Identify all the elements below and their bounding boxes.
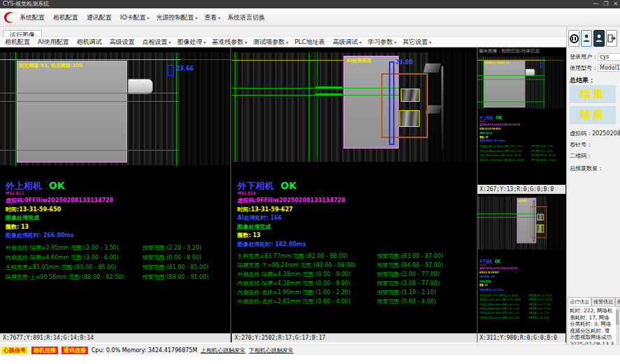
defect-box-yellow: [401, 89, 420, 102]
mini-result-text: 外下相机OK M52.B16 虚拟码:0FFIIiw20250208133134…: [480, 258, 563, 321]
toolbar-item-spot-check[interactable]: 点检设置▾: [142, 38, 171, 47]
camera-view-lower[interactable]: AI检测画面 23.80: [232, 52, 477, 162]
measure-line-green: [478, 102, 545, 103]
minimize-button[interactable]: —: [593, 0, 598, 8]
toolbar-item-baseline-params[interactable]: 基准线参数▾: [212, 38, 247, 47]
model-row: 使用型号：Model1: [570, 64, 620, 72]
login-user-button[interactable]: [581, 30, 592, 47]
heartbeat-status-badge: 心跳信号: [1, 347, 28, 354]
measure-line-green: [478, 217, 536, 218]
result-display-lower: 结果: [570, 106, 616, 124]
mini-camera-view: 固定阈值:93, 动态阈值:100: [478, 56, 564, 109]
toolbar-item-camera-config[interactable]: 相机配置: [5, 38, 31, 47]
user-icon: [583, 34, 590, 43]
done-line: 图像处理完成: [6, 214, 229, 223]
measure-line-green: [478, 79, 545, 79]
mini-view-upper[interactable]: 固定阈值:93, 动态阈值:100 外上相机OK M52.B11 虚拟码:0: [478, 54, 566, 185]
exit-door-icon: [607, 34, 616, 43]
toolbar-item-advanced-debug[interactable]: 高级调试▾: [333, 38, 362, 47]
tab-run-info[interactable]: 运行信息: [568, 297, 591, 307]
toolbar-item-learning-params[interactable]: 学习参数▾: [368, 38, 397, 47]
measurement-rows: 主料宽度=83.77mm 范围:(82.00 - 88.00)报警范围:(83.…: [237, 252, 475, 307]
measurement-row: 主料宽度=83.77mm 范围:(82.00 - 88.00)报警范围:(83.…: [237, 252, 475, 261]
done-line: 图像处理完成: [237, 223, 475, 232]
exit-button[interactable]: [606, 30, 617, 47]
chevron-down-icon: ▾: [394, 40, 397, 45]
measure-line-green-vertical: [478, 196, 479, 249]
log-output[interactable]: 耗时: 222, 网络检测耗时: 17, 网络分类耗时: 0, 网络视频分区耗时…: [568, 306, 619, 348]
defect-box-yellow: [399, 110, 420, 127]
time-line: 时间:13-31-59-627: [237, 206, 475, 215]
pixel-coordinate-bar: X:270;Y:2502;R:17;G:17;B:17: [232, 333, 477, 342]
measure-line-green-vertical: [235, 52, 235, 162]
login-user-field[interactable]: cys: [598, 53, 620, 61]
time-line: 时间:13-31-59-650: [6, 206, 229, 215]
measure-line-green-vertical: [309, 52, 309, 162]
menu-bar: 系统配置 相机配置 通讯配置 IO卡配置▾ 光源控制配置▾ 查看▾ 系统语言切换: [0, 8, 620, 26]
toolbar-item-ai-config[interactable]: AI使用配置: [38, 38, 71, 47]
qr-code-label: 二维码：: [570, 152, 592, 160]
menu-item-system-config[interactable]: 系统配置: [20, 13, 46, 22]
model-field[interactable]: Model1: [598, 64, 620, 72]
menu-item-io-config[interactable]: IO卡配置▾: [120, 13, 149, 22]
maximize-button[interactable]: ❐: [603, 0, 608, 8]
pause-icon: [570, 34, 579, 43]
plc-address: M52.B16: [237, 190, 475, 197]
measure-bar-green: [316, 93, 342, 96]
pixel-coordinate-bar: X:7677;Y:891;R:14;G:14;B:14: [0, 333, 230, 342]
camera-view-upper[interactable]: 固定阈值:93, 动态阈值:100 23.66: [0, 52, 230, 165]
app-window: CYS-视觉检测系统 — ❐ ✕ 系统配置 相机配置 通讯配置 IO卡配置▾ 光…: [0, 0, 620, 364]
menu-item-comm-config[interactable]: 通讯配置: [87, 13, 113, 22]
measurement-row: 内侧直线-隔膜=4.60mm 范围:(3.00 - 6.00)报警范围:(0.0…: [6, 254, 229, 264]
menu-item-view[interactable]: 查看▾: [205, 13, 221, 22]
toolbar-item-plc-address[interactable]: PLC地址表: [295, 38, 327, 47]
menu-item-light-config[interactable]: 光源控制配置▾: [156, 13, 198, 22]
side-button-row: [568, 30, 617, 47]
count-line: 圈数: 13: [237, 232, 475, 241]
tab-alarm-info[interactable]: 报警信息: [591, 297, 615, 307]
mini-column-header: 输出图像：拍照信息-结果信息: [479, 48, 540, 54]
measure-line-green: [478, 75, 545, 76]
metal-highlight: [423, 63, 441, 73]
titlebar: CYS-视觉检测系统 — ❐ ✕: [0, 0, 620, 8]
chevron-down-icon: ▾: [204, 40, 206, 45]
comm-connection-badge: 通讯连接: [61, 347, 88, 354]
menu-item-camera-config[interactable]: 相机配置: [53, 13, 80, 22]
measurement-row: 外侧直线-直线=2.61mm 范围:(0.60 - 4.00)报警范围:(0.6…: [237, 298, 475, 307]
toolbar-item-test-params[interactable]: 测试项参数▾: [253, 38, 288, 47]
tab-module-info[interactable]: 模块信息: [615, 297, 620, 307]
close-button[interactable]: ✕: [613, 0, 618, 8]
product-region: 固定阈值:93, 动态阈值:100: [484, 61, 525, 107]
measure-line-green: [0, 150, 179, 151]
login-user-label: 登录用户：: [570, 54, 598, 60]
roi-blue-rect: [168, 65, 174, 76]
pause-button[interactable]: [568, 30, 580, 47]
needle-number-label: 卷针号：: [570, 141, 592, 149]
plc-address: M52.B11: [6, 190, 229, 197]
toolbar-item-camera-debug[interactable]: 相机调试: [77, 38, 103, 47]
toolbar-item-other-settings[interactable]: 其它设置▾: [403, 38, 431, 47]
status-bar: 心跳信号 相机连接 通讯连接 Cpu: 0.0% Memory: 3424.41…: [0, 344, 620, 355]
log-scrollbar[interactable]: [616, 307, 619, 347]
measurement-row: 内侧直线-直线=1.90mm 范围:(1.00 - 2.20)报警范围:(1.1…: [237, 289, 475, 298]
toolbar-item-image-processing[interactable]: 图像处理▾: [177, 38, 206, 47]
baseline-yellow-line: [232, 60, 344, 61]
mini-camera-view: AI检测画面: [478, 196, 564, 249]
virtual-code-value: 20250208: [592, 130, 620, 137]
result-text-block: 外下相机OK M52.B16 虚拟码:0FFIIiw20250208133134…: [237, 179, 475, 307]
pixel-coordinate-bar: X:311;Y:980;R:0;G:0;B:0: [478, 333, 566, 342]
measure-line-green: [478, 213, 536, 214]
measure-line-green-vertical: [483, 56, 484, 109]
metal-highlight: [441, 66, 443, 150]
measure-line-green: [0, 101, 179, 102]
admin-button[interactable]: [593, 30, 605, 47]
mini-view-lower[interactable]: AI检测画面 外下相机OK M52.B16 虚拟码:0FFIIiw20250: [478, 194, 566, 333]
ai-view-label: AI检测画面: [346, 57, 371, 64]
roi-blue-rect: [533, 201, 535, 241]
ok-status: OK: [49, 180, 65, 191]
menu-item-language-switch[interactable]: 系统语言切换: [228, 13, 267, 22]
chevron-down-icon: ▾: [245, 40, 247, 45]
camera-panel-upper: 固定阈值:93, 动态阈值:100 23.66 外上相机OK M52.B11 虚…: [0, 47, 230, 342]
toolbar-item-advanced-settings[interactable]: 高级设置: [110, 38, 136, 47]
log-tabs: 运行信息 报警信息 模块信息: [568, 297, 620, 307]
